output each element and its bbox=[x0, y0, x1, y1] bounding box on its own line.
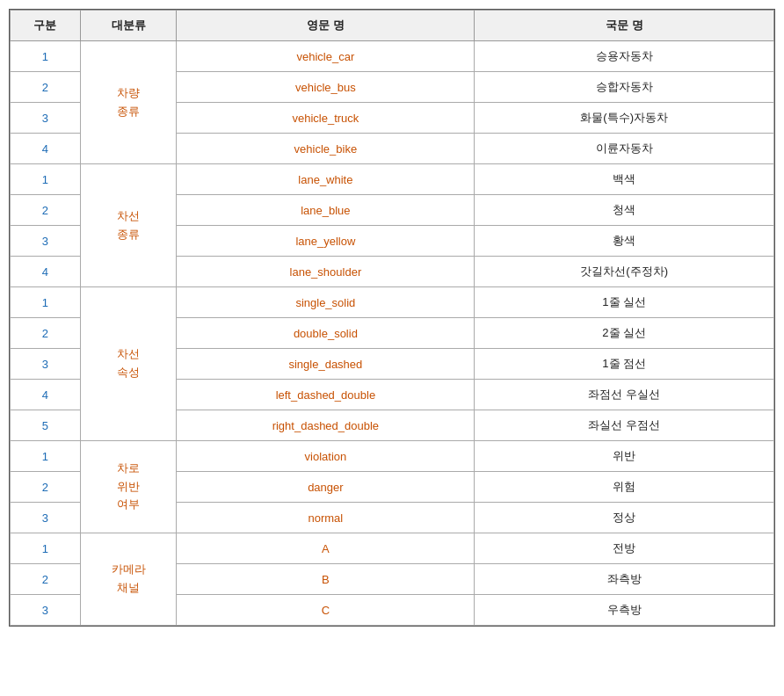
korean-name: 승합자동차 bbox=[475, 72, 774, 103]
row-num: 3 bbox=[11, 103, 81, 134]
korean-name: 1줄 점선 bbox=[475, 349, 774, 380]
row-num: 3 bbox=[11, 595, 81, 626]
korean-name: 1줄 실선 bbox=[475, 287, 774, 318]
row-num: 4 bbox=[11, 257, 81, 287]
korean-name: 청색 bbox=[475, 195, 774, 226]
korean-name: 이륜자동차 bbox=[475, 134, 774, 164]
korean-name: 위반 bbox=[475, 441, 774, 472]
korean-name: 좌점선 우실선 bbox=[475, 380, 774, 410]
korean-name: 좌측방 bbox=[475, 564, 774, 595]
english-name: lane_yellow bbox=[177, 226, 475, 257]
row-num: 5 bbox=[11, 410, 81, 441]
english-name: normal bbox=[177, 503, 475, 533]
row-num: 2 bbox=[11, 72, 81, 103]
row-num: 1 bbox=[11, 441, 81, 472]
row-num: 3 bbox=[11, 226, 81, 257]
korean-name: 좌실선 우점선 bbox=[475, 410, 774, 441]
row-num: 2 bbox=[11, 318, 81, 349]
header-category: 대분류 bbox=[80, 11, 177, 41]
table-header-row: 구분 대분류 영문 명 국문 명 bbox=[11, 11, 774, 41]
korean-name: 화물(특수)자동차 bbox=[475, 103, 774, 134]
korean-name: 2줄 실선 bbox=[475, 318, 774, 349]
english-name: vehicle_car bbox=[177, 41, 475, 72]
english-name: danger bbox=[177, 472, 475, 503]
english-name: lane_white bbox=[177, 164, 475, 195]
row-num: 2 bbox=[11, 564, 81, 595]
english-name: B bbox=[177, 564, 475, 595]
row-num: 4 bbox=[11, 380, 81, 410]
main-category: 차선 종류 bbox=[80, 164, 177, 287]
main-category: 차량 종류 bbox=[80, 41, 177, 164]
english-name: lane_blue bbox=[177, 195, 475, 226]
main-category: 차로 위반 여부 bbox=[80, 441, 177, 533]
row-num: 2 bbox=[11, 472, 81, 503]
table-row: 1차량 종류vehicle_car승용자동차 bbox=[11, 41, 774, 72]
table-row: 1카메라 채널A전방 bbox=[11, 533, 774, 564]
row-num: 1 bbox=[11, 164, 81, 195]
english-name: violation bbox=[177, 441, 475, 472]
header-num: 구분 bbox=[11, 11, 81, 41]
english-name: single_solid bbox=[177, 287, 475, 318]
korean-name: 위험 bbox=[475, 472, 774, 503]
korean-name: 승용자동차 bbox=[475, 41, 774, 72]
english-name: right_dashed_double bbox=[177, 410, 475, 441]
english-name: single_dashed bbox=[177, 349, 475, 380]
table-row: 1차선 종류lane_white백색 bbox=[11, 164, 774, 195]
row-num: 1 bbox=[11, 533, 81, 564]
row-num: 1 bbox=[11, 287, 81, 318]
row-num: 2 bbox=[11, 195, 81, 226]
english-name: vehicle_truck bbox=[177, 103, 475, 134]
english-name: A bbox=[177, 533, 475, 564]
row-num: 3 bbox=[11, 503, 81, 533]
korean-name: 황색 bbox=[475, 226, 774, 257]
header-korean: 국문 명 bbox=[475, 11, 774, 41]
row-num: 1 bbox=[11, 41, 81, 72]
main-table-wrapper: 구분 대분류 영문 명 국문 명 1차량 종류vehicle_car승용자동차2… bbox=[9, 9, 775, 627]
english-name: vehicle_bike bbox=[177, 134, 475, 164]
data-table: 구분 대분류 영문 명 국문 명 1차량 종류vehicle_car승용자동차2… bbox=[10, 10, 774, 626]
row-num: 4 bbox=[11, 134, 81, 164]
english-name: double_solid bbox=[177, 318, 475, 349]
korean-name: 우측방 bbox=[475, 595, 774, 626]
korean-name: 백색 bbox=[475, 164, 774, 195]
english-name: vehicle_bus bbox=[177, 72, 475, 103]
korean-name: 정상 bbox=[475, 503, 774, 533]
main-category: 차선 속성 bbox=[80, 287, 177, 441]
row-num: 3 bbox=[11, 349, 81, 380]
korean-name: 전방 bbox=[475, 533, 774, 564]
korean-name: 갓길차선(주정차) bbox=[475, 257, 774, 287]
table-row: 1차선 속성single_solid1줄 실선 bbox=[11, 287, 774, 318]
english-name: C bbox=[177, 595, 475, 626]
english-name: lane_shoulder bbox=[177, 257, 475, 287]
english-name: left_dashed_double bbox=[177, 380, 475, 410]
table-row: 1차로 위반 여부violation위반 bbox=[11, 441, 774, 472]
main-category: 카메라 채널 bbox=[80, 533, 177, 626]
header-english: 영문 명 bbox=[177, 11, 475, 41]
